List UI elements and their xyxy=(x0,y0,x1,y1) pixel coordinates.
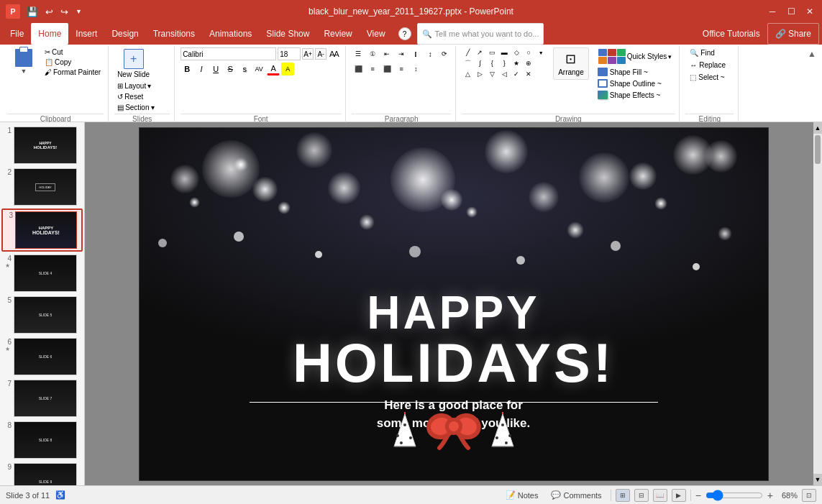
zoom-slider[interactable] xyxy=(705,490,763,500)
fit-page-btn[interactable]: ⊡ xyxy=(802,489,816,502)
close-btn[interactable]: ✕ xyxy=(803,5,816,18)
notes-button[interactable]: 📝 Notes xyxy=(501,489,543,501)
slide-thumb-6[interactable]: 6 ★ SLIDE 6 xyxy=(1,336,83,377)
menu-review[interactable]: Review xyxy=(316,23,359,45)
shape-rect2-btn[interactable]: ▬ xyxy=(498,47,510,58)
menu-slideshow[interactable]: Slide Show xyxy=(259,23,316,45)
decrease-font-btn[interactable]: A- xyxy=(315,48,326,60)
shape-bracket1-btn[interactable]: { xyxy=(486,58,498,68)
align-center-btn[interactable]: ≡ xyxy=(366,63,379,75)
menu-animations[interactable]: Animations xyxy=(202,23,259,45)
shape-up-arrow-btn[interactable]: △ xyxy=(462,69,473,79)
align-right-btn[interactable]: ⬛ xyxy=(380,63,393,75)
font-name-input[interactable] xyxy=(181,47,276,60)
menu-transitions[interactable]: Transitions xyxy=(146,23,202,45)
slide-thumb-4[interactable]: 4 ★ SLIDE 4 xyxy=(1,253,83,293)
shape-diamond-btn[interactable]: ◇ xyxy=(511,47,522,58)
customize-quick-btn[interactable]: ▼ xyxy=(73,6,84,17)
columns-btn[interactable]: ⫿ xyxy=(409,47,422,60)
shape-left-arrow-btn[interactable]: ◁ xyxy=(498,69,510,79)
shape-bracket2-btn[interactable]: } xyxy=(498,58,510,68)
collapse-ribbon-btn[interactable]: ▲ xyxy=(805,46,819,62)
paste-button[interactable]: ▼ xyxy=(7,47,40,76)
increase-font-btn[interactable]: A+ xyxy=(302,48,314,60)
menu-home[interactable]: Home xyxy=(31,23,68,45)
shape-star-btn[interactable]: ★ xyxy=(511,58,522,68)
replace-button[interactable]: ↔ Replace xyxy=(685,60,730,70)
layout-button[interactable]: ⊞ Layout ▾ xyxy=(114,81,154,91)
slide-thumb-3[interactable]: 3 HAPPY HOLIDAYS! xyxy=(1,209,83,252)
decrease-indent-btn[interactable]: ⇤ xyxy=(380,47,393,60)
share-btn[interactable]: 🔗 Share xyxy=(767,23,819,45)
slide-thumb-8[interactable]: 8 SLIDE 8 xyxy=(1,420,83,460)
new-slide-button[interactable]: + New Slide xyxy=(114,47,152,80)
increase-indent-btn[interactable]: ⇥ xyxy=(395,47,408,60)
find-button[interactable]: 🔍 Find xyxy=(685,47,718,58)
bold-btn[interactable]: B xyxy=(181,63,193,75)
shape-line-btn[interactable]: ╱ xyxy=(462,47,473,58)
shape-outline-button[interactable]: Shape Outline ~ xyxy=(595,78,675,88)
bullets-btn[interactable]: ☰ xyxy=(352,47,365,60)
office-tutorials-btn[interactable]: Office Tutorials xyxy=(695,23,767,45)
underline-btn[interactable]: U xyxy=(209,63,222,75)
shape-custom-btn[interactable]: ⊕ xyxy=(523,58,534,68)
zoom-in-btn[interactable]: + xyxy=(767,490,773,501)
slide-thumb-5[interactable]: 5 SLIDE 5 xyxy=(1,295,83,335)
smart-art-convert-btn[interactable]: ⟳ xyxy=(438,47,451,60)
scroll-thumb[interactable] xyxy=(815,135,821,164)
shape-circle-btn[interactable]: ○ xyxy=(523,47,534,58)
slide-thumb-7[interactable]: 7 SLIDE 7 xyxy=(1,378,83,418)
shape-effects-button[interactable]: Shape Effects ~ xyxy=(595,90,675,100)
canvas-scrollbar[interactable]: ▲ ▼ xyxy=(813,122,822,485)
restore-btn[interactable]: ☐ xyxy=(785,5,798,18)
copy-button[interactable]: 📋 Copy xyxy=(42,58,104,67)
redo-quick-btn[interactable]: ↪ xyxy=(58,5,70,19)
shape-x-btn[interactable]: ✕ xyxy=(523,69,534,79)
line-spacing-btn[interactable]: ↕ xyxy=(409,63,422,75)
slide-sorter-btn[interactable]: ⊟ xyxy=(634,489,649,502)
clear-format-btn[interactable]: Ꜳ xyxy=(328,47,341,60)
font-size-input[interactable] xyxy=(278,47,301,60)
save-quick-btn[interactable]: 💾 xyxy=(24,5,40,19)
strikethrough-btn[interactable]: S xyxy=(224,63,237,75)
highlight-color-btn[interactable]: A xyxy=(281,63,294,75)
text-direction-btn[interactable]: ↕ xyxy=(424,47,437,60)
reading-view-btn[interactable]: 📖 xyxy=(653,489,667,502)
menu-design[interactable]: Design xyxy=(104,23,145,45)
slide-thumb-9[interactable]: 9 SLIDE 9 xyxy=(1,462,83,485)
menu-view[interactable]: View xyxy=(360,23,393,45)
quick-styles-button[interactable]: Quick Styles ▾ xyxy=(595,47,675,65)
menu-file[interactable]: File xyxy=(3,23,31,45)
numbering-btn[interactable]: ① xyxy=(366,47,379,60)
shadow-btn[interactable]: s xyxy=(238,63,251,75)
shape-check-btn[interactable]: ✓ xyxy=(511,69,522,79)
slideshow-view-btn[interactable]: ▶ xyxy=(672,489,686,502)
shape-arrow-btn[interactable]: ↗ xyxy=(474,47,485,58)
shape-right-arrow-btn[interactable]: ▷ xyxy=(474,69,485,79)
comments-button[interactable]: 💬 Comments xyxy=(547,489,606,501)
scroll-up-btn[interactable]: ▲ xyxy=(813,122,822,134)
slide-thumb-2[interactable]: 2 HOLIDAY xyxy=(1,167,83,207)
select-button[interactable]: ⬚ Select ~ xyxy=(685,72,729,83)
shape-curve1-btn[interactable]: ⌒ xyxy=(462,58,473,68)
cut-button[interactable]: ✂ Cut xyxy=(42,47,104,57)
normal-view-btn[interactable]: ⊞ xyxy=(616,489,630,502)
format-painter-button[interactable]: 🖌 Format Painter xyxy=(42,68,104,77)
slide-thumb-1[interactable]: 1 HAPPY HOLIDAYS! xyxy=(1,125,83,165)
zoom-out-btn[interactable]: − xyxy=(695,490,701,501)
reset-button[interactable]: ↺ Reset xyxy=(114,92,146,101)
align-left-btn[interactable]: ⬛ xyxy=(352,63,365,75)
tell-me-box[interactable]: 🔍 Tell me what you want to do... xyxy=(417,23,544,45)
undo-quick-btn[interactable]: ↩ xyxy=(43,5,55,19)
shape-rect-btn[interactable]: ▭ xyxy=(486,47,498,58)
arrange-button[interactable]: ⊡ Arrange xyxy=(553,47,589,80)
shape-more-btn[interactable]: ▼ xyxy=(535,47,547,58)
section-button[interactable]: ▤ Section ▾ xyxy=(114,103,157,112)
font-color-btn[interactable]: A xyxy=(267,63,280,75)
italic-btn[interactable]: I xyxy=(195,63,208,75)
shape-curve2-btn[interactable]: ∫ xyxy=(474,58,485,68)
spacing-btn[interactable]: AV xyxy=(252,63,265,75)
minimize-btn[interactable]: ─ xyxy=(766,5,779,18)
shape-down-arrow-btn[interactable]: ▽ xyxy=(486,69,498,79)
justify-btn[interactable]: ≡ xyxy=(395,63,408,75)
